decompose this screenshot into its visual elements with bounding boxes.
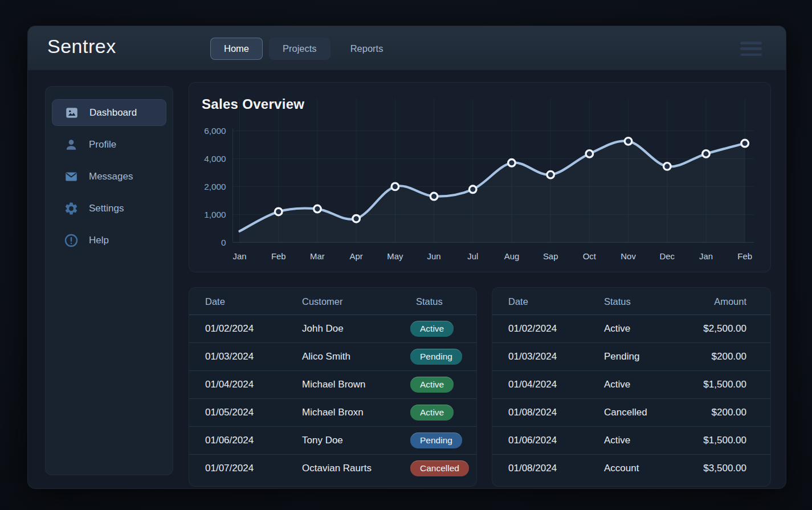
menu-icon[interactable] — [740, 42, 762, 56]
cell-date: 01/05/2024 — [189, 399, 286, 427]
cell-amount: $3,500.00 — [696, 455, 770, 483]
cell-amount: $2,500.00 — [696, 315, 770, 343]
x-tick-label: Jun — [427, 252, 441, 261]
column-header-status: Status — [400, 288, 476, 315]
main-nav: Home Projects Reports — [210, 38, 397, 60]
x-tick-label: Oct — [583, 252, 597, 261]
table-row[interactable]: 01/02/2024Johh DoeActive — [189, 315, 476, 343]
table-row[interactable]: 01/07/2024Octavian RaurtsCancelled — [189, 455, 476, 483]
cell-status: Account — [588, 455, 696, 483]
cell-amount: $1,500.00 — [696, 371, 770, 399]
nav-tab-projects[interactable]: Projects — [269, 38, 330, 60]
cell-date: 01/08/2024 — [492, 399, 588, 427]
x-tick-label: Aug — [504, 252, 520, 261]
cell-date: 01/06/2024 — [492, 427, 588, 455]
chart-point[interactable] — [625, 138, 632, 145]
transactions-table: DateStatusAmount 01/02/2024Active$2,500.… — [492, 288, 770, 483]
sidebar-item-profile[interactable]: Profile — [52, 131, 166, 158]
table-row[interactable]: 01/06/2024Active$1,500.00 — [492, 427, 770, 455]
cell-customer: Michael Brown — [286, 371, 400, 399]
chart-point[interactable] — [508, 160, 516, 167]
table-row[interactable]: 01/04/2024Michael BrownActive — [189, 371, 476, 399]
sidebar-item-label: Help — [89, 235, 109, 246]
image-icon — [64, 105, 79, 120]
cell-date: 01/03/2024 — [492, 343, 588, 371]
chart-point[interactable] — [470, 186, 477, 193]
mail-icon — [64, 169, 79, 184]
x-tick-label: Jan — [699, 252, 713, 261]
column-header-date: Date — [189, 288, 286, 315]
chart-point[interactable] — [314, 205, 321, 213]
sales-overview-panel: Sales Overview 01,0002,0004,0006,000JanF… — [189, 82, 771, 272]
sidebar-item-label: Messages — [89, 171, 133, 182]
column-header-amount: Amount — [696, 288, 770, 315]
table-row[interactable]: 01/05/2024Michael BroxnActive — [189, 399, 476, 427]
sidebar-item-dashboard[interactable]: Dashboard — [52, 99, 166, 126]
cell-date: 01/04/2024 — [492, 371, 588, 399]
x-tick-label: Dec — [660, 252, 675, 261]
chart-point[interactable] — [703, 150, 710, 158]
cell-date: 01/06/2024 — [189, 427, 286, 455]
gear-icon — [64, 201, 79, 216]
chart-point[interactable] — [430, 193, 438, 200]
cell-date: 01/02/2024 — [189, 315, 286, 343]
y-tick-label: 2,000 — [204, 182, 226, 191]
help-icon — [64, 233, 79, 248]
sidebar: Dashboard Profile Messages Settings — [45, 86, 173, 475]
cell-status: Active — [400, 371, 476, 399]
cell-customer: Alico Smith — [286, 343, 400, 371]
chart-point[interactable] — [353, 215, 360, 222]
chart-point[interactable] — [586, 150, 593, 158]
nav-tab-reports[interactable]: Reports — [337, 38, 397, 60]
status-badge: Pending — [410, 433, 462, 448]
cell-status: Active — [400, 399, 476, 427]
sidebar-item-messages[interactable]: Messages — [52, 163, 166, 190]
transactions-table-panel: DateStatusAmount 01/02/2024Active$2,500.… — [492, 287, 771, 487]
chart-point[interactable] — [741, 140, 749, 147]
cell-customer: Octavian Raurts — [286, 455, 400, 483]
y-tick-label: 4,000 — [204, 154, 226, 164]
x-tick-label: Sap — [543, 252, 558, 261]
user-icon — [64, 137, 79, 152]
sidebar-item-label: Dashboard — [89, 107, 137, 119]
cell-status: Active — [588, 315, 696, 343]
cell-status: Pending — [588, 343, 696, 371]
sidebar-item-help[interactable]: Help — [52, 227, 166, 254]
y-tick-label: 6,000 — [204, 126, 226, 136]
status-badge: Active — [410, 321, 454, 337]
cell-date: 01/02/2024 — [492, 315, 588, 343]
cell-customer: Tony Doe — [286, 427, 400, 455]
chart-point[interactable] — [664, 163, 671, 170]
sidebar-item-label: Settings — [89, 203, 124, 214]
chart-point[interactable] — [547, 171, 554, 178]
x-tick-label: Mar — [310, 252, 325, 261]
brand-logo: Sentrex — [47, 35, 116, 58]
column-header-customer: Customer — [286, 288, 400, 315]
x-tick-label: Jan — [233, 252, 247, 261]
cell-amount: $200.00 — [696, 399, 770, 427]
table-row[interactable]: 01/03/2024Pending$200.00 — [492, 343, 770, 371]
x-tick-label: Jul — [467, 252, 478, 261]
nav-tab-home[interactable]: Home — [210, 38, 263, 60]
table-row[interactable]: 01/04/2024Active$1,500.00 — [492, 371, 770, 399]
table-row[interactable]: 01/06/2024Tony DoePending — [189, 427, 476, 455]
cell-status: Active — [588, 427, 696, 455]
column-header-date: Date — [492, 288, 588, 315]
app-window: Sentrex Home Projects Reports Dashboard — [27, 26, 786, 489]
chart-point[interactable] — [275, 208, 282, 215]
y-tick-label: 1,000 — [204, 210, 226, 219]
x-tick-label: Feb — [737, 252, 752, 261]
cell-amount: $1,500.00 — [696, 427, 770, 455]
table-row[interactable]: 01/08/2024Account$3,500.00 — [492, 455, 770, 483]
chart-area-fill — [240, 141, 745, 242]
table-row[interactable]: 01/08/2024Cancelled$200.00 — [492, 399, 770, 427]
status-badge: Active — [410, 377, 454, 393]
sidebar-item-settings[interactable]: Settings — [52, 195, 166, 222]
y-tick-label: 0 — [221, 238, 226, 247]
table-row[interactable]: 01/02/2024Active$2,500.00 — [492, 315, 770, 343]
table-row[interactable]: 01/03/2024Alico SmithPending — [189, 343, 476, 371]
chart-point[interactable] — [391, 183, 399, 190]
desktop-background: Sentrex Home Projects Reports Dashboard — [0, 0, 812, 510]
x-tick-label: May — [387, 252, 403, 261]
top-bar: Sentrex Home Projects Reports — [28, 26, 786, 71]
